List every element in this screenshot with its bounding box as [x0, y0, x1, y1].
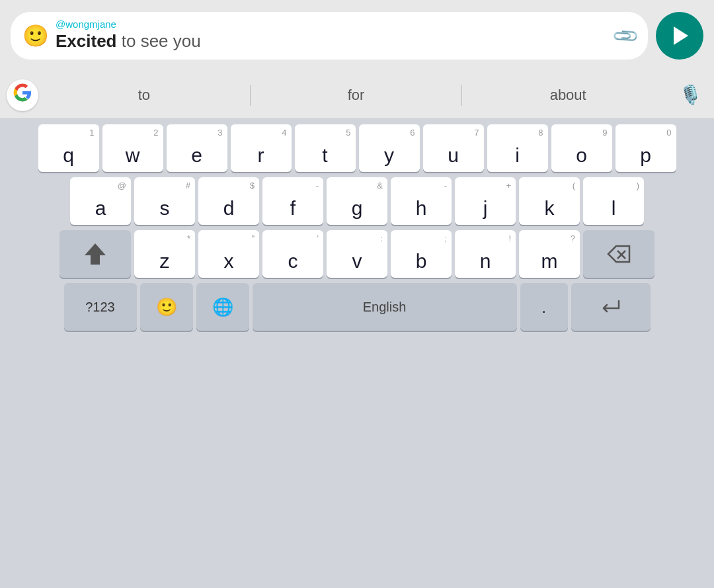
emoji-bottom-key[interactable]: 🙂 [140, 283, 193, 331]
google-logo [7, 79, 38, 111]
key-v[interactable]: :v [327, 230, 387, 278]
key-z[interactable]: *z [134, 230, 195, 278]
key-row-2: @a #s $d -f &g -h +j (k )l [4, 177, 710, 225]
hint-asterisk: * [187, 233, 190, 243]
enter-icon [600, 298, 621, 316]
key-e[interactable]: 3e [167, 124, 227, 172]
send-arrow-icon [674, 26, 688, 45]
space-key[interactable]: English [253, 283, 517, 331]
hint-7: 7 [474, 128, 479, 138]
key-r[interactable]: 4r [231, 124, 292, 172]
key-m[interactable]: ?m [519, 230, 580, 278]
hint-semicolon: ; [444, 233, 447, 243]
key-n[interactable]: !n [455, 230, 516, 278]
hint-3: 3 [218, 128, 222, 138]
num-sym-key[interactable]: ?123 [64, 283, 137, 331]
hint-dollar: $ [250, 181, 255, 190]
key-x[interactable]: "x [198, 230, 259, 278]
hint-1: 1 [89, 128, 94, 138]
suggestion-for[interactable]: for [251, 80, 462, 110]
hint-hash: # [186, 181, 190, 190]
google-g-letter [13, 83, 32, 106]
key-row-3: *z "x 'c :v ;b !n ?m [4, 230, 710, 278]
shift-body [91, 255, 100, 265]
attachment-icon[interactable]: 📎 [611, 21, 641, 51]
hint-5: 5 [346, 128, 350, 138]
hint-ampersand: & [377, 181, 383, 190]
hint-9: 9 [602, 128, 607, 138]
globe-icon: 🌐 [212, 297, 233, 317]
hint-0: 0 [666, 128, 671, 138]
suggestion-to[interactable]: to [38, 80, 250, 110]
message-bold: Excited [56, 31, 117, 51]
key-w[interactable]: 2w [102, 124, 163, 172]
hint-8: 8 [538, 128, 543, 138]
hint-plus: + [506, 181, 511, 190]
key-row-bottom: ?123 🙂 🌐 English . [4, 283, 710, 331]
mention-text: @wongmjane [56, 19, 608, 30]
key-k[interactable]: (k [519, 177, 580, 225]
key-i[interactable]: 8i [487, 124, 548, 172]
message-input-container[interactable]: 🙂 @wongmjane Excited to see you 📎 [11, 12, 648, 60]
key-t[interactable]: 5t [295, 124, 356, 172]
hint-question: ? [571, 233, 575, 243]
key-j[interactable]: +j [455, 177, 516, 225]
key-g[interactable]: &g [327, 177, 387, 225]
hint-minus-f: - [316, 181, 319, 190]
backspace-icon [607, 245, 631, 263]
hint-quote: " [251, 233, 255, 243]
key-s[interactable]: #s [134, 177, 195, 225]
message-normal: to see you [117, 31, 201, 51]
keyboard: 1q 2w 3e 4r 5t 6y 7u 8i 9o 0p @a #s $d -… [0, 119, 714, 335]
suggestions-bar: to for about 🎙️ [0, 71, 714, 119]
key-d[interactable]: $d [198, 177, 259, 225]
globe-key[interactable]: 🌐 [196, 283, 249, 331]
shift-icon [85, 243, 106, 265]
send-button[interactable] [656, 12, 703, 60]
microphone-icon[interactable]: 🎙️ [674, 84, 707, 106]
key-p[interactable]: 0p [615, 124, 676, 172]
enter-key[interactable] [571, 283, 651, 331]
key-l[interactable]: )l [583, 177, 644, 225]
suggestions-list: to for about [38, 80, 674, 110]
hint-exclaim: ! [508, 233, 511, 243]
key-o[interactable]: 9o [551, 124, 612, 172]
hint-close-paren: ) [637, 181, 639, 190]
period-key[interactable]: . [520, 283, 568, 331]
hint-minus-h: - [444, 181, 447, 190]
input-text-area: @wongmjane Excited to see you [56, 19, 608, 53]
suggestion-about[interactable]: about [462, 80, 674, 110]
backspace-key[interactable] [583, 230, 654, 278]
key-c[interactable]: 'c [262, 230, 323, 278]
shift-arrow [85, 243, 106, 255]
key-a[interactable]: @a [70, 177, 131, 225]
key-u[interactable]: 7u [423, 124, 484, 172]
key-row-1: 1q 2w 3e 4r 5t 6y 7u 8i 9o 0p [4, 124, 710, 172]
message-text: Excited to see you [56, 30, 608, 53]
emoji-bottom-icon: 🙂 [156, 297, 177, 317]
key-q[interactable]: 1q [38, 124, 99, 172]
key-f[interactable]: -f [262, 177, 323, 225]
emoji-icon: 🙂 [22, 23, 49, 48]
key-h[interactable]: -h [391, 177, 452, 225]
hint-at: @ [118, 181, 126, 190]
hint-open-paren: ( [573, 181, 575, 190]
key-b[interactable]: ;b [391, 230, 452, 278]
key-y[interactable]: 6y [359, 124, 420, 172]
hint-6: 6 [410, 128, 415, 138]
top-bar: 🙂 @wongmjane Excited to see you 📎 [0, 0, 714, 71]
hint-apostrophe: ' [317, 233, 319, 243]
hint-colon: : [380, 233, 383, 243]
hint-2: 2 [153, 128, 158, 138]
hint-4: 4 [282, 128, 286, 138]
shift-key[interactable] [60, 230, 131, 278]
